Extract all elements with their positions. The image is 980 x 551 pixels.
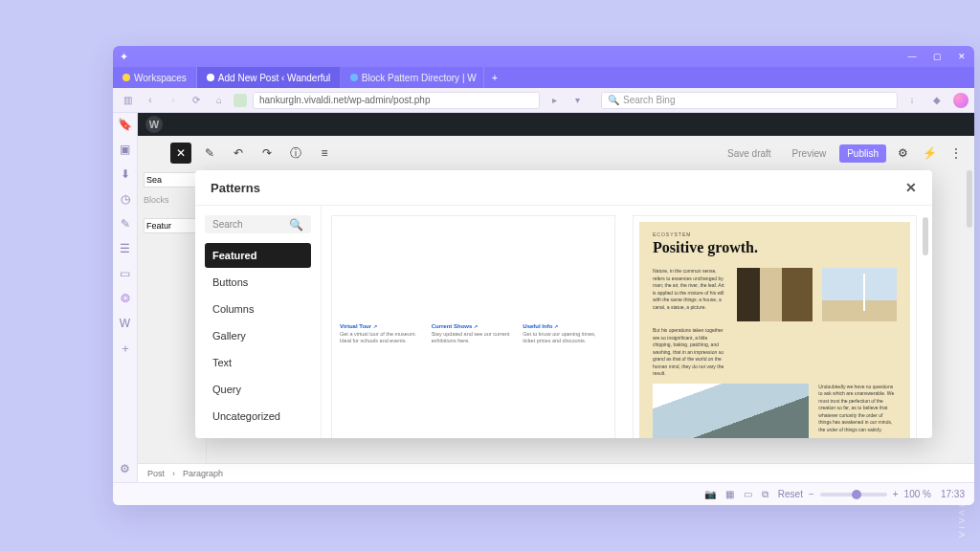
extensions-icon[interactable]: ◆ (928, 95, 946, 105)
scroll-thumb[interactable] (923, 217, 928, 255)
publish-button[interactable]: Publish (839, 144, 886, 163)
profile-avatar[interactable] (953, 93, 969, 108)
jetpack-icon[interactable]: ⚡ (919, 143, 940, 164)
maximize-button[interactable]: ▢ (924, 46, 949, 67)
translate-panel-icon[interactable]: ☰ (118, 241, 133, 256)
outline-button[interactable]: ≡ (314, 143, 335, 164)
site-icon (207, 74, 214, 81)
back-button[interactable]: ‹ (142, 95, 159, 105)
editor-toolbar: ✕ ✎ ↶ ↷ ⓘ ≡ Save draft Preview Publish ⚙… (170, 140, 967, 166)
sidebar-toggle-icon[interactable]: ▥ (119, 95, 136, 105)
modal-title: Patterns (211, 181, 260, 195)
bookmark-icon[interactable]: ▾ (568, 95, 586, 105)
close-window-button[interactable]: ✕ (949, 46, 974, 67)
reload-button[interactable]: ⟳ (188, 95, 205, 105)
editor-scrollbar[interactable] (967, 170, 972, 434)
downloads-panel-icon[interactable]: ⬇ (118, 166, 133, 182)
wp-logo-icon[interactable]: W (145, 116, 163, 133)
preview-title: Positive growth. (653, 239, 897, 256)
preview-image-coast (653, 384, 809, 439)
add-panel-icon[interactable]: ＋ (118, 341, 133, 356)
category-buttons[interactable]: Buttons (205, 270, 311, 295)
crumb-post[interactable]: Post (147, 469, 165, 478)
minimize-button[interactable]: — (900, 46, 924, 67)
pattern-card-three-columns-images[interactable]: ECOSYSTEM Positive growth. Nature, in th… (633, 215, 917, 438)
status-bar: 📷 ▦ ▭ ⧉ Reset − + 100 % 17:33 (113, 482, 974, 505)
url-text: hankurgln.vivaldi.net/wp-admin/post.php (259, 95, 430, 105)
new-tab-button[interactable]: + (484, 67, 505, 88)
spacer (737, 327, 812, 378)
category-text[interactable]: Text (205, 350, 311, 375)
settings-toggle-icon[interactable]: ⚙ (892, 143, 913, 164)
zoom-slider[interactable] (820, 493, 887, 496)
home-button[interactable]: ⌂ (211, 95, 228, 105)
history-panel-icon[interactable]: ◷ (118, 191, 133, 207)
modal-close-button[interactable]: ✕ (905, 180, 917, 195)
save-draft-button[interactable]: Save draft (720, 144, 779, 163)
wikipedia-icon[interactable]: W (118, 316, 133, 331)
tab-label: Add New Post ‹ Wanderful (218, 73, 330, 83)
tab-label: Workspaces (134, 73, 187, 83)
tab-add-post[interactable]: Add New Post ‹ Wanderful (197, 67, 341, 88)
vivaldi-icon: ✦ (113, 46, 134, 67)
modal-header: Patterns ✕ (195, 170, 932, 206)
browser-window: ✦ — ▢ ✕ Workspaces Add New Post ‹ Wander… (113, 46, 974, 505)
inserter-toggle[interactable]: ✎ (199, 143, 220, 164)
category-featured[interactable]: Featured (205, 243, 311, 268)
search-placeholder-text: Search (212, 219, 243, 230)
preview-button[interactable]: Preview (785, 144, 835, 163)
downloads-icon[interactable]: ↓ (903, 95, 921, 105)
grid-scrollbar[interactable] (923, 217, 928, 427)
col1-heading: Virtual Tour (340, 323, 377, 329)
status-clock: 17:33 (941, 489, 965, 499)
category-uncategorized[interactable]: Uncategorized (205, 404, 311, 429)
zoom-reset-button[interactable]: Reset (778, 489, 803, 499)
search-icon: 🔍 (289, 218, 303, 231)
tab-workspaces[interactable]: Workspaces (113, 67, 197, 88)
wp-icon (350, 74, 358, 81)
col2-heading: Current Shows (432, 323, 478, 329)
zoom-control: Reset − + 100 % (778, 489, 931, 499)
zoom-in-button[interactable]: + (893, 489, 899, 499)
col1-text: Get a virtual tour of the museum. Ideal … (340, 331, 424, 344)
notes-panel-icon[interactable]: ✎ (118, 216, 133, 231)
search-engine-input[interactable]: 🔍 Search Bing (601, 92, 898, 109)
window-panel-icon[interactable]: ▭ (118, 266, 133, 281)
info-button[interactable]: ⓘ (285, 143, 306, 164)
reading-list-icon[interactable]: ▣ (118, 142, 133, 157)
patterns-grid: Virtual TourGet a virtual tour of the mu… (322, 206, 932, 438)
zoom-slider-knob[interactable] (852, 490, 861, 499)
status-images-icon[interactable]: ▭ (744, 489, 752, 499)
zoom-out-button[interactable]: − (809, 489, 814, 499)
forward-button[interactable]: › (165, 95, 182, 105)
category-columns[interactable]: Columns (205, 297, 311, 321)
undo-button[interactable]: ↶ (228, 143, 249, 164)
side-panel: 🔖 ▣ ⬇ ◷ ✎ ☰ ▭ ❂ W ＋ ⚙ (113, 113, 138, 482)
block-search-input[interactable] (144, 172, 200, 187)
scroll-thumb[interactable] (967, 170, 972, 228)
category-gallery[interactable]: Gallery (205, 323, 311, 348)
mastodon-icon[interactable]: ❂ (118, 291, 133, 306)
preview-para1: Nature, in the common sense, refers to e… (653, 268, 727, 321)
tab-pattern-directory[interactable]: Block Pattern Directory | W (341, 67, 484, 88)
page-content: W ✕ ✎ ↶ ↷ ⓘ ≡ Save draft Preview Publish… (138, 113, 974, 482)
pattern-search-input[interactable]: Search 🔍 (205, 215, 311, 233)
close-editor-button[interactable]: ✕ (170, 143, 191, 164)
url-input[interactable]: hankurgln.vivaldi.net/wp-admin/post.php (253, 92, 540, 109)
status-tile-icon[interactable]: ▦ (725, 489, 734, 499)
settings-icon[interactable]: ⚙ (118, 461, 133, 476)
crumb-paragraph[interactable]: Paragraph (183, 469, 223, 478)
pattern-card-three-columns-text[interactable]: Virtual TourGet a virtual tour of the mu… (331, 215, 615, 438)
status-pip-icon[interactable]: ⧉ (762, 489, 768, 500)
reader-icon[interactable]: ▸ (546, 95, 563, 105)
more-menu-icon[interactable]: ⋮ (946, 143, 967, 164)
blocks-tab-label: Blocks (144, 195, 200, 205)
address-bar: ▥ ‹ › ⟳ ⌂ hankurgln.vivaldi.net/wp-admin… (113, 88, 974, 113)
redo-button[interactable]: ↷ (256, 143, 278, 164)
bookmarks-panel-icon[interactable]: 🔖 (118, 117, 133, 132)
category-query[interactable]: Query (205, 377, 311, 402)
status-camera-icon[interactable]: 📷 (704, 489, 716, 499)
patterns-modal: Patterns ✕ Search 🔍 Featured Buttons Col… (195, 170, 932, 438)
featured-chip[interactable] (144, 218, 200, 233)
lock-icon[interactable] (234, 94, 247, 107)
